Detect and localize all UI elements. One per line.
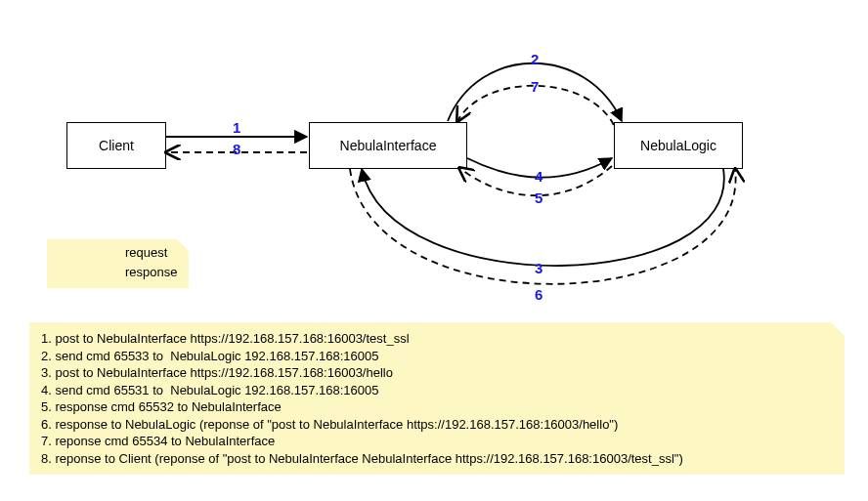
edge-label-8: 8	[233, 141, 240, 157]
step-line: 8. reponse to Client (reponse of "post t…	[41, 450, 833, 468]
legend-note: request response	[47, 239, 189, 288]
step-line: 2. send cmd 65533 to NebulaLogic 192.168…	[41, 348, 833, 365]
edge-3	[362, 169, 724, 266]
legend-response-label: response	[125, 265, 177, 279]
step-line: 1. post to NebulaInterface https://192.1…	[41, 330, 833, 348]
diagram-canvas: Client NebulaInterface NebulaLogic	[0, 0, 868, 501]
legend-request-label: request	[125, 245, 167, 260]
step-line: 7. reponse cmd 65534 to NebulaInterface	[41, 433, 833, 450]
edge-label-2: 2	[531, 51, 539, 67]
edge-label-4: 4	[535, 168, 542, 185]
node-nebula-interface: NebulaInterface	[309, 122, 467, 169]
edge-label-6: 6	[535, 286, 542, 303]
step-line: 5. response cmd 65532 to NebulaInterface	[41, 398, 833, 416]
node-client-label: Client	[99, 138, 134, 153]
step-line: 4. send cmd 65531 to NebulaLogic 192.168…	[41, 382, 833, 399]
step-line: 6. response to NebulaLogic (reponse of "…	[41, 416, 833, 434]
steps-note: 1. post to NebulaInterface https://192.1…	[29, 322, 845, 475]
edge-label-5: 5	[535, 189, 542, 206]
node-client: Client	[66, 122, 166, 169]
edge-label-7: 7	[531, 78, 539, 95]
node-nebula-logic: NebulaLogic	[614, 122, 743, 169]
edge-label-1: 1	[233, 119, 240, 136]
edge-label-3: 3	[535, 260, 542, 276]
node-nebula-interface-label: NebulaInterface	[340, 138, 437, 153]
step-line: 3. post to NebulaInterface https://192.1…	[41, 364, 833, 382]
node-nebula-logic-label: NebulaLogic	[640, 138, 716, 153]
